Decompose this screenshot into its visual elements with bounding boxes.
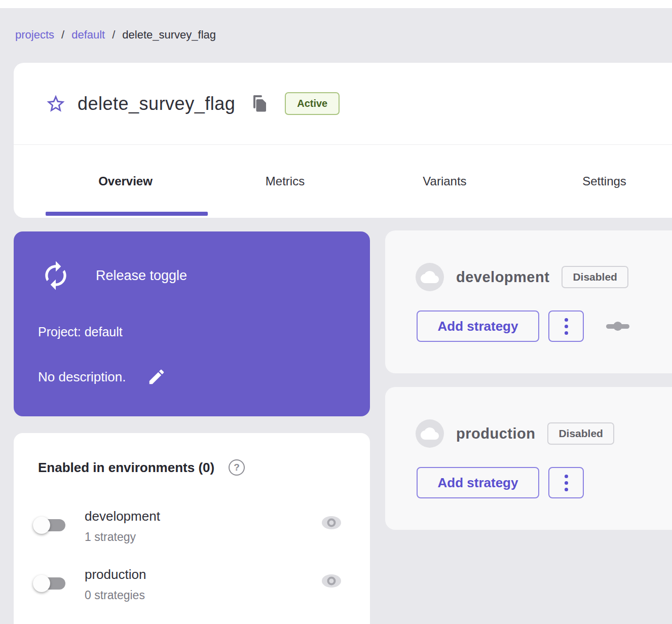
environment-card-actions: Add strategy: [417, 310, 629, 342]
environment-card-name: production: [456, 425, 535, 442]
kebab-dot: [565, 488, 568, 491]
tab-bar: Overview Metrics Variants Settings: [14, 145, 672, 218]
toggle-knob: [33, 575, 50, 592]
kebab-dot: [565, 325, 568, 328]
environment-status-badge: Disabled: [547, 422, 614, 445]
kebab-dot: [565, 481, 568, 485]
environment-row-development: development 1 strategy: [14, 509, 370, 544]
environment-card-name: development: [456, 269, 549, 286]
cloud-icon: [416, 419, 444, 448]
kebab-dot: [565, 318, 568, 322]
help-circle-icon[interactable]: ?: [229, 459, 245, 476]
breadcrumb: projects / default / delete_survey_flag: [15, 28, 216, 42]
release-toggle-card: Release toggle Project: default No descr…: [14, 231, 370, 416]
kebab-menu-icon[interactable]: [548, 467, 584, 498]
release-card-header: Release toggle: [40, 260, 187, 291]
slider-knob: [613, 322, 622, 331]
cloud-icon: [416, 263, 444, 291]
kebab-menu-icon[interactable]: [548, 310, 584, 342]
description-row: No description.: [38, 367, 166, 386]
environment-strategy-count: 1 strategy: [85, 530, 370, 544]
breadcrumb-separator: /: [61, 28, 64, 42]
enabled-environments-title: Enabled in environments (0): [38, 460, 214, 476]
tab-overview[interactable]: Overview: [46, 145, 205, 218]
environment-status-badge: Disabled: [562, 266, 628, 288]
breadcrumb-separator: /: [112, 28, 115, 42]
eye-visibility-icon[interactable]: [321, 573, 342, 589]
enabled-environments-header: Enabled in environments (0) ?: [38, 459, 245, 476]
flag-title-row: delete_survey_flag Active: [14, 63, 672, 144]
favorite-star-icon[interactable]: [45, 93, 66, 114]
environment-card-actions: Add strategy: [417, 467, 584, 498]
environment-card-header: development Disabled: [416, 263, 628, 291]
tab-variants[interactable]: Variants: [365, 145, 525, 218]
tab-metrics[interactable]: Metrics: [205, 145, 365, 218]
production-toggle-switch[interactable]: [33, 571, 69, 596]
kebab-dot: [565, 331, 568, 335]
environment-card-production: production Disabled Add strategy: [385, 387, 672, 530]
environment-strategy-count: 0 strategies: [85, 588, 370, 602]
unleash-feature-flag-page: projects / default / delete_survey_flag …: [0, 0, 672, 624]
page-title: delete_survey_flag: [78, 93, 235, 114]
environment-card-development: development Disabled Add strategy: [385, 230, 672, 373]
breadcrumb-current-page: delete_survey_flag: [122, 28, 216, 42]
pencil-edit-icon[interactable]: [147, 367, 166, 386]
flag-type-label: Release toggle: [96, 268, 187, 284]
refresh-cycle-icon: [40, 260, 71, 291]
kebab-dot: [565, 475, 568, 478]
breadcrumb-projects-link[interactable]: projects: [15, 28, 54, 42]
environment-card-header: production Disabled: [416, 419, 614, 448]
flag-header-card: delete_survey_flag Active Overview Metri…: [14, 63, 672, 218]
project-label: Project: default: [38, 325, 123, 339]
environment-row-production: production 0 strategies: [14, 567, 370, 602]
add-strategy-button[interactable]: Add strategy: [417, 467, 539, 498]
breadcrumb-default-link[interactable]: default: [71, 28, 105, 42]
copy-icon[interactable]: [251, 95, 268, 113]
description-text: No description.: [38, 369, 126, 385]
development-toggle-switch[interactable]: [33, 513, 69, 537]
active-tab-indicator: [46, 212, 208, 216]
enabled-environments-panel: Enabled in environments (0) ? developmen…: [14, 433, 370, 624]
slider-icon[interactable]: [606, 315, 629, 338]
top-header-strip: [0, 0, 672, 8]
status-badge: Active: [285, 92, 340, 115]
toggle-knob: [33, 517, 50, 534]
add-strategy-button[interactable]: Add strategy: [417, 310, 539, 342]
tab-settings[interactable]: Settings: [525, 145, 672, 218]
eye-visibility-icon[interactable]: [321, 515, 342, 530]
